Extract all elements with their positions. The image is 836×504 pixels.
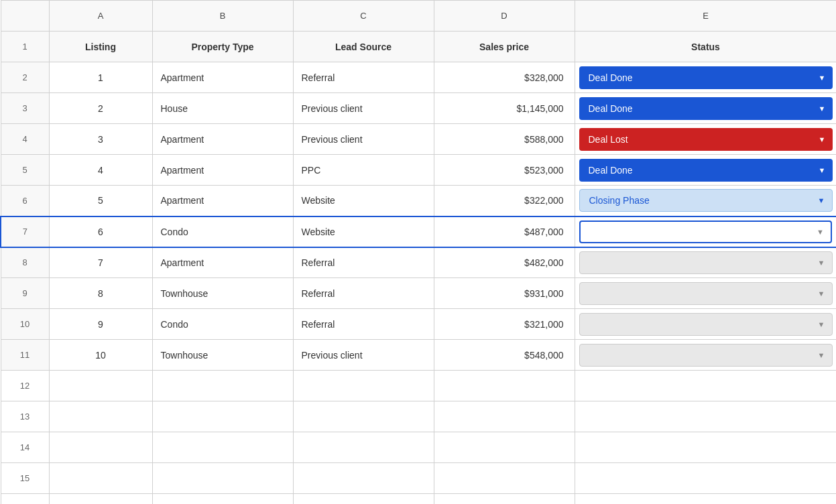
cell-status[interactable]: ▼ (575, 340, 836, 371)
status-dropdown-button[interactable]: Deal Done▼ (579, 97, 833, 120)
cell-lead-source[interactable]: Referral (293, 62, 434, 93)
empty-cell[interactable] (575, 463, 836, 494)
status-dropdown-button[interactable]: ▼ (579, 220, 833, 243)
cell-status[interactable]: ▼ (575, 309, 836, 340)
status-dropdown-button[interactable]: ▼ (579, 251, 833, 274)
header-lead-source[interactable]: Lead Source (293, 32, 434, 62)
cell-sales-price[interactable]: $482,000 (434, 247, 575, 278)
empty-cell[interactable] (434, 401, 575, 432)
col-header-c[interactable]: C (293, 1, 434, 32)
col-header-e[interactable]: E (575, 1, 836, 32)
cell-property-type[interactable]: Townhouse (152, 340, 293, 371)
cell-listing[interactable]: 10 (49, 340, 152, 371)
header-property-type[interactable]: Property Type (152, 32, 293, 62)
cell-listing[interactable]: 8 (49, 278, 152, 309)
empty-cell[interactable] (49, 494, 152, 505)
header-status[interactable]: Status (575, 32, 836, 62)
empty-cell[interactable] (293, 401, 434, 432)
cell-status[interactable]: ▼ (575, 278, 836, 309)
cell-sales-price[interactable]: $548,000 (434, 340, 575, 371)
empty-cell[interactable] (575, 401, 836, 432)
cell-lead-source[interactable]: Website (293, 186, 434, 216)
col-header-d[interactable]: D (434, 1, 575, 32)
cell-lead-source[interactable]: Website (293, 216, 434, 247)
row-num-1: 1 (1, 32, 49, 62)
empty-cell[interactable] (152, 494, 293, 505)
cell-status[interactable]: Closing Phase▼ (575, 186, 836, 216)
empty-cell[interactable] (293, 494, 434, 505)
status-dropdown-button[interactable]: Deal Lost▼ (579, 128, 833, 151)
cell-status[interactable]: Deal Done▼ (575, 62, 836, 93)
header-listing[interactable]: Listing (49, 32, 152, 62)
cell-sales-price[interactable]: $588,000 (434, 124, 575, 155)
cell-listing[interactable]: 3 (49, 124, 152, 155)
empty-cell[interactable] (434, 371, 575, 401)
status-label: Closing Phase (589, 195, 650, 206)
empty-cell[interactable] (152, 463, 293, 494)
cell-listing[interactable]: 5 (49, 186, 152, 216)
cell-property-type[interactable]: Condo (152, 216, 293, 247)
cell-lead-source[interactable]: Referral (293, 278, 434, 309)
cell-property-type[interactable]: Apartment (152, 247, 293, 278)
cell-sales-price[interactable]: $487,000 (434, 216, 575, 247)
cell-listing[interactable]: 9 (49, 309, 152, 340)
empty-cell[interactable] (575, 371, 836, 401)
cell-property-type[interactable]: Condo (152, 309, 293, 340)
cell-sales-price[interactable]: $1,145,000 (434, 93, 575, 124)
col-header-a[interactable]: A (49, 1, 152, 32)
row-num-11: 11 (1, 340, 49, 371)
empty-cell[interactable] (293, 371, 434, 401)
status-dropdown-button[interactable]: ▼ (579, 282, 833, 305)
cell-property-type[interactable]: House (152, 93, 293, 124)
cell-status[interactable]: ▼ (575, 247, 836, 278)
table-row: 98TownhouseReferral$931,000▼ (1, 278, 836, 309)
cell-listing[interactable]: 1 (49, 62, 152, 93)
cell-lead-source[interactable]: Previous client (293, 93, 434, 124)
cell-property-type[interactable]: Apartment (152, 155, 293, 186)
cell-status[interactable]: Deal Done▼ (575, 155, 836, 186)
cell-property-type[interactable]: Apartment (152, 62, 293, 93)
empty-cell[interactable] (434, 494, 575, 505)
cell-sales-price[interactable]: $322,000 (434, 186, 575, 216)
cell-listing[interactable]: 6 (49, 216, 152, 247)
empty-cell[interactable] (152, 371, 293, 401)
empty-cell[interactable] (575, 432, 836, 463)
cell-sales-price[interactable]: $321,000 (434, 309, 575, 340)
table-row: 1110TownhousePrevious client$548,000▼ (1, 340, 836, 371)
cell-lead-source[interactable]: Previous client (293, 124, 434, 155)
cell-listing[interactable]: 4 (49, 155, 152, 186)
cell-sales-price[interactable]: $931,000 (434, 278, 575, 309)
empty-cell[interactable] (49, 463, 152, 494)
status-dropdown-button[interactable]: Deal Done▼ (579, 66, 833, 89)
empty-cell[interactable] (49, 371, 152, 401)
cell-listing[interactable]: 2 (49, 93, 152, 124)
cell-property-type[interactable]: Apartment (152, 186, 293, 216)
header-sales-price[interactable]: Sales price (434, 32, 575, 62)
cell-sales-price[interactable]: $328,000 (434, 62, 575, 93)
cell-lead-source[interactable]: Referral (293, 309, 434, 340)
cell-property-type[interactable]: Apartment (152, 124, 293, 155)
empty-cell[interactable] (49, 401, 152, 432)
cell-sales-price[interactable]: $523,000 (434, 155, 575, 186)
status-dropdown-button[interactable]: ▼ (579, 313, 833, 336)
empty-cell[interactable] (293, 432, 434, 463)
cell-status[interactable]: ▼ (575, 216, 836, 247)
empty-cell[interactable] (152, 432, 293, 463)
empty-cell[interactable] (434, 432, 575, 463)
cell-property-type[interactable]: Townhouse (152, 278, 293, 309)
cell-status[interactable]: Deal Lost▼ (575, 124, 836, 155)
empty-cell[interactable] (293, 463, 434, 494)
cell-lead-source[interactable]: Previous client (293, 340, 434, 371)
col-header-b[interactable]: B (152, 1, 293, 32)
empty-cell[interactable] (575, 494, 836, 505)
empty-cell[interactable] (49, 432, 152, 463)
status-dropdown-button[interactable]: Closing Phase▼ (579, 189, 833, 212)
cell-lead-source[interactable]: PPC (293, 155, 434, 186)
empty-cell[interactable] (152, 401, 293, 432)
cell-lead-source[interactable]: Referral (293, 247, 434, 278)
cell-listing[interactable]: 7 (49, 247, 152, 278)
status-dropdown-button[interactable]: ▼ (579, 344, 833, 367)
empty-cell[interactable] (434, 463, 575, 494)
cell-status[interactable]: Deal Done▼ (575, 93, 836, 124)
status-dropdown-button[interactable]: Deal Done▼ (579, 159, 833, 182)
